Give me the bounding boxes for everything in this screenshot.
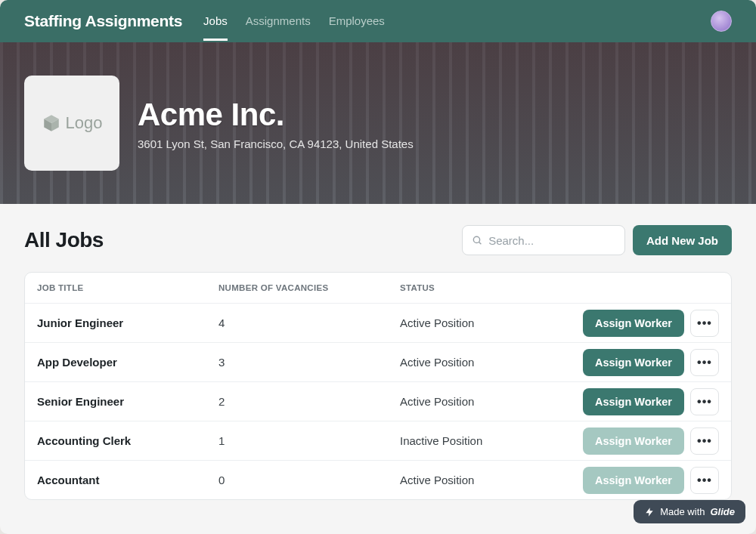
svg-point-0: [473, 236, 479, 242]
add-new-job-button[interactable]: Add New Job: [633, 225, 732, 255]
logo-placeholder-text: Logo: [66, 113, 103, 133]
company-info: Acme Inc. 3601 Lyon St, San Francisco, C…: [138, 97, 414, 150]
user-avatar[interactable]: [711, 11, 732, 32]
job-status: Inactive Position: [400, 434, 583, 447]
job-vacancies: 2: [218, 395, 400, 408]
row-more-button[interactable]: •••: [690, 310, 719, 337]
made-with-brand: Glide: [710, 506, 735, 517]
jobs-section-header: All Jobs Add New Job: [24, 225, 732, 255]
table-row[interactable]: App Developer 3 Active Position Assign W…: [25, 342, 731, 381]
job-title: Accounting Clerk: [37, 434, 218, 447]
job-vacancies: 0: [218, 474, 400, 486]
job-vacancies: 1: [218, 434, 400, 447]
company-logo: Logo: [24, 76, 119, 171]
company-name: Acme Inc.: [138, 97, 414, 133]
topbar: Staffing Assignments Jobs Assignments Em…: [0, 0, 756, 42]
cube-icon: [42, 113, 61, 133]
row-more-button[interactable]: •••: [690, 428, 719, 455]
company-hero: Logo Acme Inc. 3601 Lyon St, San Francis…: [0, 42, 756, 204]
nav-employees[interactable]: Employees: [329, 2, 385, 41]
nav-assignments[interactable]: Assignments: [246, 2, 311, 41]
job-vacancies: 4: [218, 316, 400, 329]
company-address: 3601 Lyon St, San Francisco, CA 94123, U…: [138, 137, 414, 150]
table-row[interactable]: Senior Engineer 2 Active Position Assign…: [25, 381, 731, 421]
jobs-table: JOB TITLE NUMBER OF VACANCIES STATUS Jun…: [24, 272, 732, 500]
job-title: App Developer: [37, 356, 218, 369]
more-icon: •••: [697, 316, 712, 330]
svg-line-1: [479, 242, 482, 244]
job-title: Accountant: [37, 474, 218, 486]
app-title: Staffing Assignments: [24, 12, 182, 30]
assign-worker-button: Assign Worker: [583, 428, 684, 455]
job-vacancies: 3: [218, 356, 400, 369]
more-icon: •••: [697, 356, 712, 369]
primary-nav: Jobs Assignments Employees: [203, 2, 385, 41]
table-row[interactable]: Accounting Clerk 1 Inactive Position Ass…: [25, 421, 731, 460]
row-more-button[interactable]: •••: [690, 467, 719, 494]
job-title: Senior Engineer: [37, 395, 218, 408]
assign-worker-button[interactable]: Assign Worker: [583, 310, 684, 337]
nav-jobs[interactable]: Jobs: [203, 2, 228, 41]
job-status: Active Position: [400, 474, 583, 486]
bolt-icon: [644, 507, 655, 517]
job-status: Active Position: [400, 316, 583, 329]
search-input[interactable]: [488, 234, 615, 247]
col-job-title: JOB TITLE: [37, 283, 218, 292]
job-title: Junior Engineer: [37, 316, 218, 329]
job-status: Active Position: [400, 395, 583, 408]
col-vacancies: NUMBER OF VACANCIES: [218, 283, 400, 292]
made-with-badge[interactable]: Made with Glide: [634, 500, 745, 523]
row-more-button[interactable]: •••: [690, 349, 719, 376]
row-more-button[interactable]: •••: [690, 388, 719, 415]
col-status: STATUS: [400, 283, 719, 292]
more-icon: •••: [697, 434, 712, 448]
more-icon: •••: [697, 474, 712, 487]
search-box[interactable]: [462, 225, 625, 255]
assign-worker-button[interactable]: Assign Worker: [583, 349, 684, 376]
section-title-all-jobs: All Jobs: [24, 228, 104, 252]
table-row[interactable]: Junior Engineer 4 Active Position Assign…: [25, 303, 731, 342]
job-status: Active Position: [400, 356, 583, 369]
more-icon: •••: [697, 395, 712, 409]
assign-worker-button: Assign Worker: [583, 467, 684, 494]
made-with-prefix: Made with: [660, 506, 705, 517]
search-icon: [472, 234, 482, 246]
table-header: JOB TITLE NUMBER OF VACANCIES STATUS: [25, 273, 731, 303]
table-row[interactable]: Accountant 0 Active Position Assign Work…: [25, 460, 731, 499]
assign-worker-button[interactable]: Assign Worker: [583, 388, 684, 415]
